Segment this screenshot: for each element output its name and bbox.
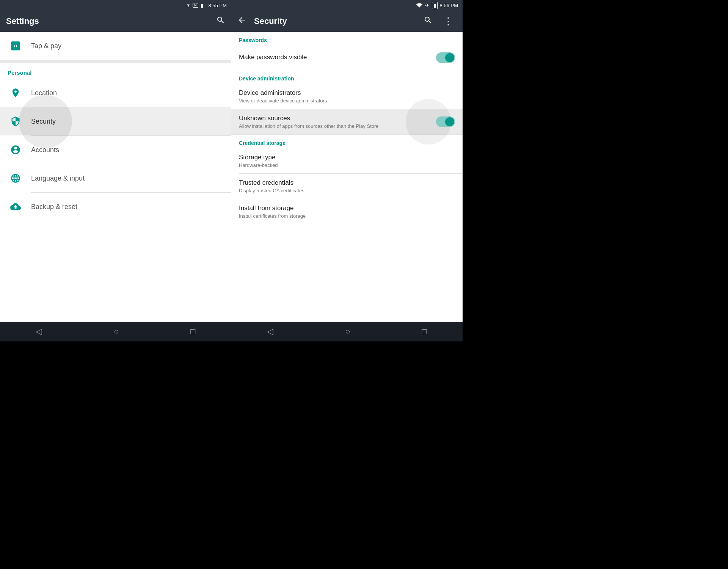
storage-type-title: Storage type: [239, 154, 455, 161]
right-airplane-icon: ✈: [425, 2, 430, 8]
right-toolbar: Security ⋮: [231, 11, 463, 32]
backup-icon: [8, 199, 24, 215]
right-bottom-nav: ◁ ○ □: [231, 322, 463, 341]
security-icon: [8, 113, 24, 129]
trusted-credentials-row[interactable]: Trusted credentials Display trusted CA c…: [231, 174, 463, 199]
make-passwords-visible-row[interactable]: Make passwords visible: [231, 46, 463, 70]
install-from-storage-subtitle: Install certificates from storage: [239, 213, 455, 219]
install-from-storage-title: Install from storage: [239, 204, 455, 212]
signal-icon: ▼: [186, 3, 190, 8]
unknown-sources-knob: [445, 117, 454, 126]
battery-icon: ▮: [201, 3, 203, 8]
nfc-icon: N: [193, 3, 198, 8]
left-settings-panel: ▼ N ▮ 8:55 PM Settings Tap & pay Pe: [0, 0, 231, 341]
trusted-credentials-subtitle: Display trusted CA certificates: [239, 188, 455, 193]
security-item[interactable]: Security: [0, 107, 231, 135]
unknown-sources-title: Unknown sources: [239, 115, 436, 122]
section-divider-personal: [0, 60, 231, 63]
unknown-sources-row[interactable]: Unknown sources Allow installation of ap…: [231, 109, 463, 134]
backup-item[interactable]: Backup & reset: [0, 193, 231, 221]
storage-type-subtitle: Hardware-backed: [239, 162, 455, 168]
make-passwords-visible-title: Make passwords visible: [239, 53, 436, 61]
left-search-button[interactable]: [216, 16, 225, 27]
trusted-credentials-texts: Trusted credentials Display trusted CA c…: [239, 179, 455, 193]
right-back-button[interactable]: [237, 16, 246, 27]
right-security-title: Security: [254, 16, 416, 26]
accounts-item[interactable]: Accounts: [0, 136, 231, 164]
unknown-sources-toggle[interactable]: [436, 116, 455, 127]
location-icon: [8, 85, 24, 101]
left-statusbar-icons: ▼ N ▮ 8:55 PM: [186, 3, 227, 8]
make-passwords-visible-toggle[interactable]: [436, 52, 455, 63]
left-toolbar: Settings: [0, 11, 231, 32]
right-back-nav-button[interactable]: ◁: [258, 324, 282, 340]
right-statusbar: ✈ ▮ 8:56 PM: [231, 0, 463, 11]
make-passwords-visible-texts: Make passwords visible: [239, 53, 436, 62]
language-label: Language & input: [31, 174, 85, 182]
device-administrators-texts: Device administrators View or deactivate…: [239, 89, 455, 104]
language-icon: [8, 170, 24, 186]
right-more-options-button[interactable]: ⋮: [440, 15, 457, 28]
device-administrators-row[interactable]: Device administrators View or deactivate…: [231, 84, 463, 109]
storage-type-row[interactable]: Storage type Hardware-backed: [231, 148, 463, 173]
make-passwords-visible-knob: [445, 53, 454, 62]
right-home-nav-button[interactable]: ○: [336, 324, 359, 340]
tap-pay-label: Tap & pay: [31, 42, 61, 50]
location-item[interactable]: Location: [0, 79, 231, 107]
right-recents-nav-button[interactable]: □: [413, 324, 436, 340]
right-content: Passwords Make passwords visible Device …: [231, 32, 463, 322]
left-home-button[interactable]: ○: [105, 324, 128, 340]
install-from-storage-row[interactable]: Install from storage Install certificate…: [231, 199, 463, 224]
unknown-sources-subtitle: Allow installation of apps from sources …: [239, 123, 436, 129]
right-security-panel: ✈ ▮ 8:56 PM Security ⋮ Passwords Make pa…: [231, 0, 463, 341]
left-recents-button[interactable]: □: [181, 324, 204, 340]
right-time: 8:56 PM: [440, 3, 458, 8]
right-search-button[interactable]: [420, 14, 436, 28]
install-from-storage-texts: Install from storage Install certificate…: [239, 204, 455, 219]
security-label: Security: [31, 118, 56, 126]
left-bottom-nav: ◁ ○ □: [0, 322, 231, 341]
left-time: 8:55 PM: [209, 3, 227, 8]
backup-label: Backup & reset: [31, 203, 77, 211]
left-content: Tap & pay Personal Location Security: [0, 32, 231, 322]
credential-storage-section-label: Credential storage: [231, 135, 463, 148]
tap-and-pay-item[interactable]: Tap & pay: [0, 32, 231, 60]
accounts-label: Accounts: [31, 146, 59, 154]
left-settings-title: Settings: [6, 16, 39, 26]
tap-pay-icon: [8, 38, 24, 54]
personal-section-header: Personal: [0, 63, 231, 79]
language-item[interactable]: Language & input: [0, 164, 231, 192]
left-back-button[interactable]: ◁: [27, 324, 51, 340]
location-label: Location: [31, 89, 57, 97]
device-administrators-subtitle: View or deactivate device administrators: [239, 98, 455, 104]
right-wifi-icon: [416, 2, 423, 9]
device-administrators-title: Device administrators: [239, 89, 455, 97]
right-battery-icon: ▮: [432, 2, 438, 9]
trusted-credentials-title: Trusted credentials: [239, 179, 455, 187]
passwords-section-label: Passwords: [231, 32, 463, 46]
accounts-icon: [8, 142, 24, 158]
storage-type-texts: Storage type Hardware-backed: [239, 154, 455, 168]
left-statusbar: ▼ N ▮ 8:55 PM: [0, 0, 231, 11]
device-administration-section-label: Device administration: [231, 70, 463, 84]
unknown-sources-texts: Unknown sources Allow installation of ap…: [239, 115, 436, 129]
